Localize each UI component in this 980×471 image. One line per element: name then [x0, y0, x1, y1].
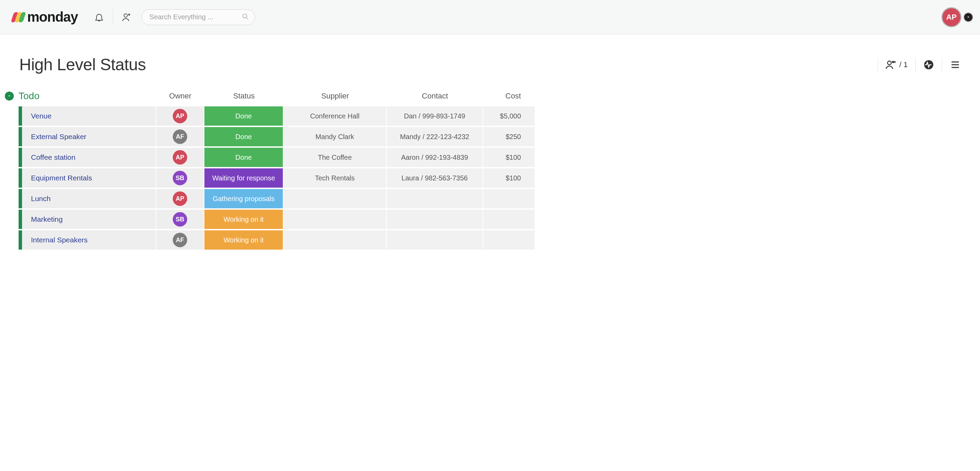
owner-avatar[interactable]: SB	[173, 171, 187, 185]
item-name-cell[interactable]: Lunch	[19, 189, 156, 208]
cost-cell[interactable]	[483, 230, 535, 250]
owner-avatar[interactable]: AF	[173, 129, 187, 144]
logo-stripes-icon	[13, 12, 24, 22]
status-cell[interactable]: Working on it	[204, 210, 283, 229]
header-divider	[915, 57, 916, 72]
user-menu: AP	[942, 7, 973, 27]
supplier-cell[interactable]: Mandy Clark	[283, 127, 387, 146]
contact-cell[interactable]: Laura / 982-563-7356	[387, 168, 483, 188]
item-name-cell[interactable]: Equipment Rentals	[19, 168, 156, 188]
cost-cell[interactable]: $5,000	[483, 106, 535, 126]
cost-cell[interactable]	[483, 189, 535, 208]
item-name[interactable]: Equipment Rentals	[22, 174, 92, 182]
topbar-divider	[113, 9, 113, 25]
owner-avatar[interactable]: AP	[173, 150, 187, 164]
status-cell[interactable]: Done	[204, 106, 283, 126]
table-row: Coffee stationAPDoneThe CoffeeAaron / 99…	[19, 148, 975, 167]
status-cell[interactable]: Working on it	[204, 230, 283, 250]
column-owner[interactable]: Owner	[156, 92, 204, 101]
cost-cell[interactable]: $100	[483, 148, 535, 167]
supplier-cell[interactable]	[283, 230, 387, 250]
hamburger-icon	[950, 59, 961, 70]
brand-logo[interactable]: monday	[0, 0, 92, 34]
item-name[interactable]: External Speaker	[22, 133, 86, 141]
contact-cell[interactable]: Mandy / 222-123-4232	[387, 127, 483, 146]
item-name[interactable]: Marketing	[22, 215, 63, 224]
column-contact[interactable]: Contact	[387, 92, 483, 101]
cost-cell[interactable]: $100	[483, 168, 535, 188]
status-cell[interactable]: Gathering proposals	[204, 189, 283, 208]
supplier-cell[interactable]: The Coffee	[283, 148, 387, 167]
item-name[interactable]: Venue	[22, 112, 52, 120]
table-row: MarketingSBWorking on it	[19, 210, 975, 229]
item-name[interactable]: Coffee station	[22, 153, 75, 161]
supplier-cell[interactable]	[283, 210, 387, 229]
owner-cell[interactable]: AF	[156, 230, 204, 250]
chevron-down-icon	[966, 15, 970, 19]
column-supplier[interactable]: Supplier	[283, 92, 387, 101]
page-header: High Level Status / 1	[0, 34, 980, 88]
svg-point-1	[128, 13, 130, 16]
notifications-button[interactable]	[92, 10, 107, 25]
status-cell[interactable]: Done	[204, 127, 283, 146]
header-divider	[942, 57, 942, 72]
user-menu-dropdown[interactable]	[964, 13, 973, 22]
contact-cell[interactable]: Aaron / 992-193-4839	[387, 148, 483, 167]
contact-cell[interactable]	[387, 230, 483, 250]
contact-cell[interactable]: Dan / 999-893-1749	[387, 106, 483, 126]
table-row: LunchAPGathering proposals	[19, 189, 975, 208]
board-menu-button[interactable]	[950, 59, 961, 70]
page-title: High Level Status	[19, 55, 146, 74]
owner-cell[interactable]: AP	[156, 106, 204, 126]
group-header: Todo Owner Status Supplier Contact Cost	[5, 88, 975, 106]
search-wrap	[142, 9, 255, 25]
column-status[interactable]: Status	[204, 92, 283, 101]
group-todo: Todo Owner Status Supplier Contact Cost …	[0, 88, 980, 250]
cost-cell[interactable]	[483, 210, 535, 229]
group-rows: VenueAPDoneConference HallDan / 999-893-…	[19, 106, 975, 250]
supplier-cell[interactable]: Conference Hall	[283, 106, 387, 126]
bell-icon	[94, 12, 104, 22]
activity-button[interactable]	[923, 59, 934, 70]
group-title[interactable]: Todo	[19, 91, 40, 102]
item-name-cell[interactable]: Marketing	[19, 210, 156, 229]
page-header-actions: / 1	[870, 57, 961, 72]
supplier-cell[interactable]: Tech Rentals	[283, 168, 387, 188]
contact-cell[interactable]	[387, 210, 483, 229]
owner-cell[interactable]: AF	[156, 127, 204, 146]
svg-point-3	[888, 61, 891, 65]
owner-avatar[interactable]: AP	[173, 192, 187, 206]
brand-name: monday	[27, 9, 78, 25]
search-input[interactable]	[142, 9, 255, 25]
topbar: monday AP	[0, 0, 980, 34]
chevron-down-icon	[7, 94, 11, 98]
owner-avatar[interactable]: AF	[173, 233, 187, 247]
item-name[interactable]: Internal Speakers	[22, 236, 88, 244]
column-cost[interactable]: Cost	[483, 92, 535, 101]
activity-icon	[923, 59, 934, 70]
item-name-cell[interactable]: Coffee station	[19, 148, 156, 167]
people-icon	[122, 12, 132, 22]
item-name-cell[interactable]: Venue	[19, 106, 156, 126]
owner-cell[interactable]: AP	[156, 189, 204, 208]
owner-avatar[interactable]: SB	[173, 212, 187, 227]
user-avatar[interactable]: AP	[942, 7, 961, 27]
item-name[interactable]: Lunch	[22, 195, 51, 203]
group-collapse-toggle[interactable]	[5, 92, 14, 101]
owner-cell[interactable]: SB	[156, 210, 204, 229]
members-button[interactable]: / 1	[886, 59, 908, 70]
item-name-cell[interactable]: External Speaker	[19, 127, 156, 146]
status-cell[interactable]: Done	[204, 148, 283, 167]
status-cell[interactable]: Waiting for response	[204, 168, 283, 188]
table-row: Internal SpeakersAFWorking on it	[19, 230, 975, 250]
owner-avatar[interactable]: AP	[173, 109, 187, 123]
owner-cell[interactable]: SB	[156, 168, 204, 188]
table-row: Equipment RentalsSBWaiting for responseT…	[19, 168, 975, 188]
cost-cell[interactable]: $250	[483, 127, 535, 146]
svg-point-0	[124, 14, 128, 17]
supplier-cell[interactable]	[283, 189, 387, 208]
item-name-cell[interactable]: Internal Speakers	[19, 230, 156, 250]
contact-cell[interactable]	[387, 189, 483, 208]
people-button[interactable]	[119, 10, 135, 25]
owner-cell[interactable]: AP	[156, 148, 204, 167]
